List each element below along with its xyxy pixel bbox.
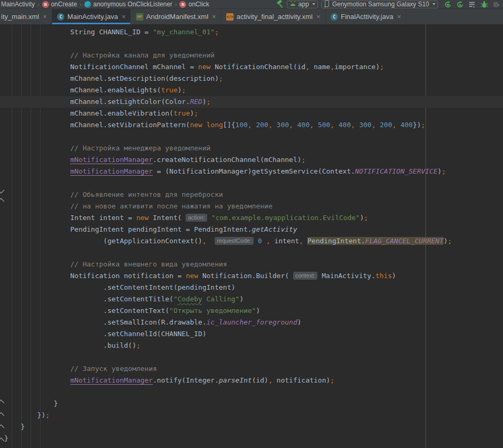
code-token: ) (202, 98, 207, 106)
tab-close-icon[interactable]: × (212, 13, 216, 21)
code-token: ) (256, 307, 260, 314)
code-token: importance) (334, 63, 380, 71)
code-token: ; (136, 341, 140, 349)
code-line[interactable]: Notification notification = new Notifica… (0, 270, 503, 282)
code-line[interactable] (0, 386, 503, 398)
breadcrumb-item-oncreate[interactable]: monCreate (42, 1, 77, 8)
code-line[interactable]: .setSmallIcon(R.drawable.ic_launcher_for… (0, 317, 503, 328)
run-configuration-select[interactable]: app (287, 1, 318, 8)
code-line[interactable] (0, 351, 503, 363)
code-token: .build() (4, 341, 136, 349)
code-line[interactable]: .setContentIntent(pendingIntent) (0, 282, 503, 293)
code-line-caret[interactable]: mChannel.setLightColor(Color.RED); (0, 96, 503, 108)
code-line[interactable]: } (0, 433, 503, 444)
apply-code-changes-icon[interactable] (467, 0, 477, 9)
fold-region-icon[interactable] (0, 437, 5, 442)
code-line[interactable]: // Настройка менеджера уведомлений (0, 142, 503, 154)
code-token (293, 121, 297, 129)
profiler-icon[interactable] (491, 0, 501, 9)
device-select[interactable]: Genymotion Samsung Galaxy S10 (321, 1, 438, 8)
tab-close-icon[interactable]: × (397, 13, 401, 21)
tab-mainactivity.java[interactable]: CMainActivity.java× (52, 9, 131, 24)
code-token: true (173, 109, 190, 117)
code-token: 500 (318, 121, 330, 129)
code-line[interactable]: String CHANNEL_ID = "my_channel_01"; (0, 26, 503, 38)
code-line[interactable]: mChannel.enableVibration(true); (0, 108, 503, 119)
code-line[interactable]: Intent intent = new Intent( action: "com… (0, 212, 503, 224)
tab-androidmanifest.xml[interactable]: MFAndroidManifest.xml× (131, 9, 221, 24)
code-line[interactable]: // Запуск уведомления (0, 363, 503, 375)
breadcrumb-item-anonymous-onclicklistener[interactable]: anonymous OnClickListener (84, 1, 172, 8)
code-editor[interactable]: String CHANNEL_ID = "my_channel_01"; // … (0, 24, 503, 448)
code-token: }) (4, 411, 45, 419)
code-token (207, 237, 215, 245)
code-token: , (289, 121, 293, 129)
code-token: ; (364, 214, 368, 222)
code-token: ; (421, 121, 425, 129)
code-line[interactable]: .build(); (0, 340, 503, 351)
breadcrumb-item-mainactivity[interactable]: MainActivity (1, 1, 35, 8)
code-token: ; (330, 376, 334, 384)
code-line[interactable]: // Обьявление интентов для переброски (0, 189, 503, 201)
code-token: MainActivity. (317, 272, 375, 280)
code-token: 0 (258, 237, 262, 245)
code-token: ) (443, 237, 448, 245)
code-line[interactable]: mChannel.setDescription(description); (0, 73, 503, 84)
code-line[interactable]: mNotificationManager = (NotificationMana… (0, 166, 503, 177)
rerun-icon[interactable] (443, 0, 452, 9)
code-token: "Открыть уведомление" (169, 307, 256, 314)
code-line[interactable]: PendingIntent pendingIntent = PendingInt… (0, 224, 503, 235)
code-token: , (202, 237, 207, 245)
tab-close-icon[interactable]: × (316, 13, 321, 21)
breadcrumb-item-onclick[interactable]: monClick (179, 1, 209, 8)
code-line[interactable] (0, 247, 503, 259)
code-line[interactable]: (getApplicationContext(), requestCode: 0… (0, 235, 503, 247)
apply-changes-icon[interactable]: A (455, 0, 465, 9)
code-token: PendingIntent. (307, 237, 365, 245)
code-line[interactable]: NotificationChannel mChannel = new Notif… (0, 61, 503, 73)
build-hammer-icon[interactable] (276, 0, 285, 9)
code-line[interactable]: }); (0, 409, 503, 421)
fold-region-icon[interactable] (0, 197, 5, 203)
fold-region-icon[interactable] (0, 399, 5, 404)
fold-region-icon[interactable] (0, 424, 5, 429)
code-line[interactable]: .setChannelId(CHANNEL_ID) (0, 328, 503, 340)
android-robot-icon (289, 1, 296, 8)
code-lines: String CHANNEL_ID = "my_channel_01"; // … (0, 24, 503, 444)
debug-icon[interactable] (479, 0, 489, 9)
code-line[interactable]: .setContentText("Открыть уведомление") (0, 305, 503, 317)
java-class-icon: C (57, 13, 65, 21)
code-line[interactable]: // Настройка канала для уведомлений (0, 50, 503, 61)
tab-close-icon[interactable]: × (122, 13, 126, 21)
code-token (4, 167, 70, 175)
code-line[interactable]: } (0, 421, 503, 433)
code-line[interactable] (0, 131, 503, 142)
code-token: ic_launcher_foreground (207, 318, 297, 326)
code-line[interactable]: mNotificationManager.createNotificationC… (0, 154, 503, 166)
code-token: , (392, 121, 396, 129)
tab-finalacttivity.java[interactable]: CFinalActtivity.java× (326, 9, 407, 24)
parameter-hint: context: (293, 272, 318, 280)
code-token: , (266, 237, 270, 245)
tab-ity_main.xml[interactable]: ity_main.xml× (0, 9, 52, 24)
code-token: ; (182, 86, 186, 94)
code-line[interactable] (0, 38, 503, 50)
code-line[interactable]: mChannel.setVibrationPattern(new long[]{… (0, 119, 503, 131)
code-token: "my_channel_01" (153, 28, 215, 36)
code-token: // на новое активити после нажатия на ув… (4, 202, 273, 210)
editor-tab-bar: ity_main.xml×CMainActivity.java×MFAndroi… (0, 9, 503, 24)
code-line[interactable]: // на новое активити после нажатия на ув… (0, 201, 503, 212)
tab-close-icon[interactable]: × (43, 13, 47, 21)
code-line[interactable]: // Настройка внешнего вида уведомления (0, 259, 503, 270)
code-line[interactable]: mNotificationManager.notify(Integer.pars… (0, 375, 503, 386)
fold-region-icon[interactable] (0, 189, 5, 194)
code-line[interactable]: .setContentTitle("Codeby Calling") (0, 293, 503, 305)
tab-activity_final_acttivity.xml[interactable]: </>activity_final_acttivity.xml× (221, 9, 326, 24)
method-icon: m (42, 1, 49, 8)
fold-region-icon[interactable] (0, 412, 5, 417)
anonymous-class-icon (84, 1, 91, 8)
code-line[interactable]: } (0, 398, 503, 409)
code-line[interactable]: mChannel.enableLights(true); (0, 84, 503, 96)
code-line[interactable] (0, 177, 503, 189)
code-token: = (NotificationManager)getSystemService(… (153, 167, 355, 175)
